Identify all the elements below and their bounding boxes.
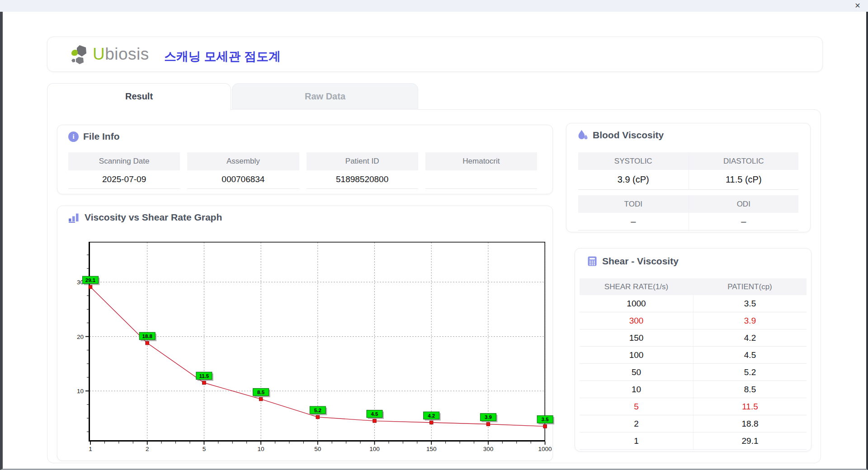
x-tick-label: 2 [146, 446, 149, 452]
calculator-icon [587, 256, 598, 267]
field-value: 000706834 [187, 170, 299, 189]
window-titlebar: ✕ [0, 0, 868, 12]
data-point-marker [146, 341, 149, 345]
field-value: 51898520800 [307, 170, 418, 189]
value-label-text: 3.5 [542, 417, 549, 422]
metric-label-todi: TODI [578, 195, 689, 213]
x-tick-label: 100 [369, 446, 380, 452]
field-label: Hematocrit [425, 152, 537, 170]
shear-table-row: 511.5 [580, 398, 807, 415]
metric-label-systolic: SYSTOLIC [578, 152, 689, 170]
shear-rate-cell: 100 [580, 347, 693, 363]
patient-viscosity-cell: 4.2 [693, 329, 807, 346]
value-label-text: 29.1 [85, 277, 96, 283]
blood-drops-icon [577, 129, 588, 141]
field-label: Scanning Date [68, 152, 180, 170]
value-label-text: 5.2 [314, 408, 321, 413]
shear-rate-cell: 10 [580, 381, 693, 398]
metric-label-diastolic: DIASTOLIC [689, 152, 799, 170]
shear-viscosity-header: Shear - Viscosity [587, 256, 679, 267]
file-info-header: i File Info [68, 131, 120, 142]
patient-viscosity-cell: 3.9 [693, 312, 807, 329]
x-tick-label: 5 [203, 446, 206, 452]
x-tick-label: 300 [483, 446, 494, 452]
shear-table-row: 1504.2 [580, 329, 807, 347]
metric-value-systolic: 3.9 (cP) [578, 170, 689, 190]
patient-viscosity-cell: 3.5 [693, 295, 807, 312]
shear-rate-column-header: SHEAR RATE(1/s) [580, 278, 693, 295]
brand-wordmark: Ubiosis [93, 44, 149, 65]
shear-rate-cell: 1 [580, 432, 693, 449]
data-point-marker [486, 423, 490, 426]
metric-value-todi: – [578, 213, 689, 230]
window-close-button[interactable]: ✕ [853, 1, 863, 10]
app-title: 스캐닝 모세관 점도계 [164, 48, 281, 65]
viscosity-chart-plot: 1251050100150300100010203029.118.811.58.… [89, 242, 545, 442]
brand-logo: Ubiosis [69, 44, 149, 65]
shear-viscosity-title: Shear - Viscosity [602, 256, 679, 267]
ubiosis-logo-icon [69, 44, 90, 65]
data-point-marker [373, 419, 377, 423]
shear-table-row: 129.1 [580, 432, 807, 450]
tab-result[interactable]: Result [47, 83, 231, 110]
shear-table-row: 3003.9 [580, 312, 807, 329]
shear-rate-cell: 1000 [580, 295, 693, 312]
app-header-card: Ubiosis 스캐닝 모세관 점도계 [47, 37, 823, 72]
x-tick-label: 10 [258, 446, 264, 452]
shear-table-header: SHEAR RATE(1/s) PATIENT(cp) [580, 278, 807, 295]
shear-table-row: 108.5 [580, 381, 807, 398]
metric-label-odi: ODI [689, 195, 799, 213]
shear-rate-cell: 50 [580, 364, 693, 381]
x-tick-label: 1000 [538, 446, 552, 452]
data-point-marker [89, 285, 92, 289]
y-tick-label: 10 [77, 388, 84, 395]
value-label-text: 3.9 [485, 414, 492, 420]
chart-canvas: 1251050100150300100010203029.118.811.58.… [89, 242, 545, 442]
file-info-field-patient-id: Patient ID51898520800 [307, 152, 418, 189]
shear-rate-cell: 5 [580, 398, 693, 415]
field-value: 2025-07-09 [68, 170, 180, 189]
blood-viscosity-card: Blood Viscosity SYSTOLICDIASTOLIC3.9 (cP… [566, 123, 811, 232]
patient-viscosity-cell: 29.1 [693, 432, 807, 449]
file-info-field-assembly: Assembly000706834 [187, 152, 299, 189]
data-point-marker [543, 425, 547, 428]
value-label-text: 11.5 [199, 373, 209, 379]
graph-title: Viscosity vs Shear Rate Graph [85, 212, 222, 223]
shear-table-body: 10003.53003.91504.21004.5505.2108.5511.5… [580, 295, 807, 450]
graph-header: Viscosity vs Shear Rate Graph [68, 212, 222, 223]
blood-viscosity-header: Blood Viscosity [577, 129, 664, 141]
data-point-marker [259, 397, 263, 401]
data-point-marker [316, 415, 320, 419]
shear-rate-cell: 300 [580, 312, 693, 329]
info-icon: i [68, 132, 79, 142]
file-info-fields: Scanning Date2025-07-09Assembly000706834… [68, 152, 537, 189]
data-point-marker [203, 381, 206, 385]
blood-viscosity-table: SYSTOLICDIASTOLIC3.9 (cP)11.5 (cP)TODIOD… [578, 152, 798, 236]
file-info-field-hematocrit: Hematocrit [425, 152, 537, 189]
metric-value-odi: – [689, 213, 799, 230]
patient-viscosity-cell: 18.8 [693, 415, 807, 432]
value-label-text: 8.5 [257, 390, 265, 395]
field-label: Patient ID [307, 152, 418, 170]
x-tick-label: 150 [426, 446, 437, 452]
field-label: Assembly [187, 152, 299, 170]
tab-raw-data[interactable]: Raw Data [232, 83, 418, 109]
x-tick-label: 50 [314, 446, 321, 452]
value-label-text: 18.8 [142, 334, 153, 339]
data-point-marker [429, 421, 433, 424]
metric-value-diastolic: 11.5 (cP) [689, 170, 799, 190]
blood-viscosity-title: Blood Viscosity [593, 130, 664, 141]
shear-table-row: 10003.5 [580, 295, 807, 312]
shear-table-row: 505.2 [580, 364, 807, 381]
shear-viscosity-card: Shear - Viscosity SHEAR RATE(1/s) PATIEN… [575, 248, 811, 451]
x-tick-label: 1 [89, 446, 92, 452]
patient-viscosity-cell: 8.5 [693, 381, 807, 398]
value-label-text: 4.5 [371, 411, 379, 417]
y-tick-label: 20 [77, 334, 84, 340]
bar-chart-icon [68, 212, 80, 223]
blood-viscosity-group-1: SYSTOLICDIASTOLIC3.9 (cP)11.5 (cP) [578, 152, 798, 190]
shear-table-row: 218.8 [580, 415, 807, 432]
brand-word-rest: biosis [105, 45, 149, 63]
brand-letter-u: U [93, 45, 105, 63]
blood-viscosity-group-2: TODIODI–– [578, 195, 798, 230]
